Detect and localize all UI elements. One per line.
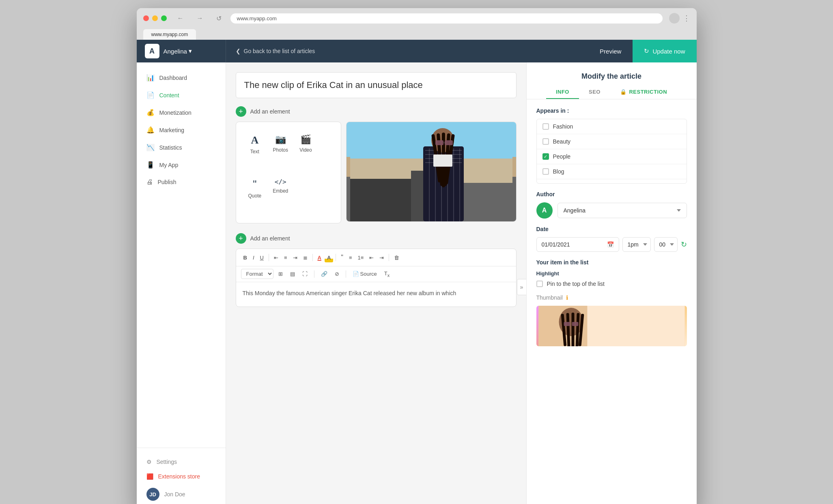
font-bg-button[interactable]: A xyxy=(325,253,333,262)
add-element-row-1[interactable]: + Add an element xyxy=(236,106,517,117)
sidebar-user-profile[interactable]: JD Jon Doe xyxy=(137,484,226,504)
category-people[interactable]: ✓ People xyxy=(537,149,687,164)
tab-info[interactable]: INFO xyxy=(546,86,579,99)
align-right-button[interactable]: ⇥ xyxy=(291,253,300,262)
editor-content[interactable]: This Monday the famous American singer E… xyxy=(236,282,516,307)
calendar-icon[interactable]: 📅 xyxy=(607,241,614,248)
publish-icon: 🖨 xyxy=(146,178,153,186)
update-icon: ↻ xyxy=(644,47,649,55)
update-button[interactable]: ↻ Update now xyxy=(633,40,696,62)
browser-window: ← → ↺ www.myapp.com ⋮ www.myapp.com A An… xyxy=(137,8,697,504)
sidebar-item-marketing[interactable]: 🔔 Marketing xyxy=(137,121,226,139)
sidebar-item-monetization[interactable]: 💰 Monetization xyxy=(137,104,226,121)
sidebar-item-content[interactable]: 📄 Content xyxy=(137,86,226,104)
article-title-input[interactable] xyxy=(236,72,517,98)
tab-seo[interactable]: SEO xyxy=(579,86,610,99)
browser-refresh-button[interactable]: ↺ xyxy=(214,14,224,23)
highlight-label: Highlight xyxy=(536,270,687,277)
checkbox-pin[interactable] xyxy=(536,281,543,287)
align-left-button[interactable]: ⇤ xyxy=(271,253,281,262)
panel-collapse-button[interactable]: » xyxy=(517,279,526,295)
browser-tab-active[interactable]: www.myapp.com xyxy=(143,29,196,40)
element-picker-quote[interactable]: " Quote xyxy=(244,174,266,215)
address-bar[interactable]: www.myapp.com xyxy=(230,13,663,24)
browser-chrome: ← → ↺ www.myapp.com ⋮ www.myapp.com xyxy=(137,8,697,40)
sidebar-item-statistics[interactable]: 📉 Statistics xyxy=(137,139,226,156)
ordered-list-button[interactable]: 1≡ xyxy=(355,253,366,262)
delete-block-button[interactable]: 🗑 xyxy=(392,253,402,262)
sidebar-nav: 📊 Dashboard 📄 Content 💰 Monetization 🔔 M… xyxy=(137,69,226,448)
browser-close-dot[interactable] xyxy=(143,15,149,21)
content-icon: 📄 xyxy=(146,91,155,99)
back-link[interactable]: Go back to the list of articles xyxy=(244,48,315,54)
sidebar-item-label: Monetization xyxy=(159,109,192,116)
checkbox-fashion[interactable] xyxy=(542,123,549,130)
browser-menu-button[interactable]: ⋮ xyxy=(683,14,690,23)
time-hour-select[interactable]: 1pm xyxy=(622,237,651,252)
browser-back-button[interactable]: ← xyxy=(175,14,186,23)
clear-format-button[interactable]: Tx xyxy=(382,269,392,279)
image-block xyxy=(346,122,517,222)
preview-button[interactable]: Preview xyxy=(588,40,633,62)
sidebar-item-label: Marketing xyxy=(159,127,184,133)
time-refresh-button[interactable]: ↻ xyxy=(681,240,687,249)
italic-button[interactable]: I xyxy=(250,253,257,262)
align-justify-button[interactable]: ≣ xyxy=(301,253,310,262)
category-fashion[interactable]: Fashion xyxy=(537,119,687,134)
text-editor-block: B I U ⇤ ≡ ⇥ ≣ A A " ≡ 1≡ xyxy=(236,249,517,307)
sidebar-item-settings[interactable]: ⚙ Settings xyxy=(137,455,226,469)
add-element-button-1[interactable]: + xyxy=(236,106,246,117)
pin-label: Pin to the top of the list xyxy=(547,281,605,287)
sidebar-item-label: Statistics xyxy=(159,144,182,151)
align-center-button[interactable]: ≡ xyxy=(282,253,290,262)
indent-out-button[interactable]: ⇤ xyxy=(367,253,376,262)
format-select[interactable]: Format xyxy=(241,269,273,279)
element-picker-text[interactable]: A Text xyxy=(244,130,266,171)
sidebar-item-myapp[interactable]: 📱 My App xyxy=(137,156,226,174)
checkbox-beauty[interactable] xyxy=(542,138,549,145)
sidebar-item-extensions[interactable]: 🟥 Extensions store xyxy=(137,469,226,484)
element-picker-embed[interactable]: </> Embed xyxy=(269,174,292,215)
author-select[interactable]: Angelina xyxy=(557,203,687,218)
underline-button[interactable]: U xyxy=(258,253,266,262)
blockquote-button[interactable]: " xyxy=(338,252,346,263)
category-beauty[interactable]: Beauty xyxy=(537,134,687,149)
thumbnail-label: Thumbnail ℹ xyxy=(536,294,687,301)
add-element-button-2[interactable]: + xyxy=(236,233,246,244)
add-element-row-2[interactable]: + Add an element xyxy=(236,233,517,244)
columns-button[interactable]: ▤ xyxy=(288,269,297,279)
appears-in-label: Appears in : xyxy=(536,107,687,114)
thumbnail-preview[interactable] xyxy=(536,306,687,346)
source-button[interactable]: 📄 Source xyxy=(350,269,379,279)
editor-toolbar-row2: Format ⊞ ▤ ⛶ 🔗 ⊘ 📄 Source Tx xyxy=(236,266,516,282)
font-color-button[interactable]: A xyxy=(315,253,324,262)
svg-rect-31 xyxy=(571,313,574,346)
tab-restriction[interactable]: 🔒 RESTRICTION xyxy=(610,86,677,99)
date-input[interactable]: 01/01/2021 📅 xyxy=(536,237,619,252)
browser-maximize-dot[interactable] xyxy=(161,15,167,21)
element-picker-video[interactable]: 🎬 Video xyxy=(295,130,316,171)
indent-in-button[interactable]: ⇥ xyxy=(377,253,386,262)
time-min-select[interactable]: 00 xyxy=(654,237,678,252)
sidebar-item-label: My App xyxy=(159,162,179,168)
date-row: 01/01/2021 📅 1pm 00 ↻ xyxy=(536,237,687,252)
sidebar-item-publish[interactable]: 🖨 Publish xyxy=(137,174,226,191)
checkbox-food[interactable] xyxy=(542,183,549,184)
browser-forward-button[interactable]: → xyxy=(194,14,206,23)
thumbnail-help-icon: ℹ xyxy=(566,294,568,301)
sidebar-item-dashboard[interactable]: 📊 Dashboard xyxy=(137,69,226,86)
svg-rect-21 xyxy=(435,140,443,145)
bold-button[interactable]: B xyxy=(241,253,250,262)
element-picker-photos[interactable]: 📷 Photos xyxy=(269,130,292,171)
category-food[interactable]: Food xyxy=(537,179,687,184)
browser-minimize-dot[interactable] xyxy=(152,15,158,21)
unlink-button[interactable]: ⊘ xyxy=(332,269,342,279)
checkbox-blog[interactable] xyxy=(542,168,549,175)
link-button[interactable]: 🔗 xyxy=(319,269,330,279)
fullscreen-button[interactable]: ⛶ xyxy=(300,269,310,279)
unordered-list-button[interactable]: ≡ xyxy=(347,253,355,262)
category-blog[interactable]: Blog xyxy=(537,164,687,179)
checkbox-people[interactable]: ✓ xyxy=(542,153,549,160)
table-button[interactable]: ⊞ xyxy=(276,269,285,279)
photos-picker-icon: 📷 xyxy=(275,134,286,145)
